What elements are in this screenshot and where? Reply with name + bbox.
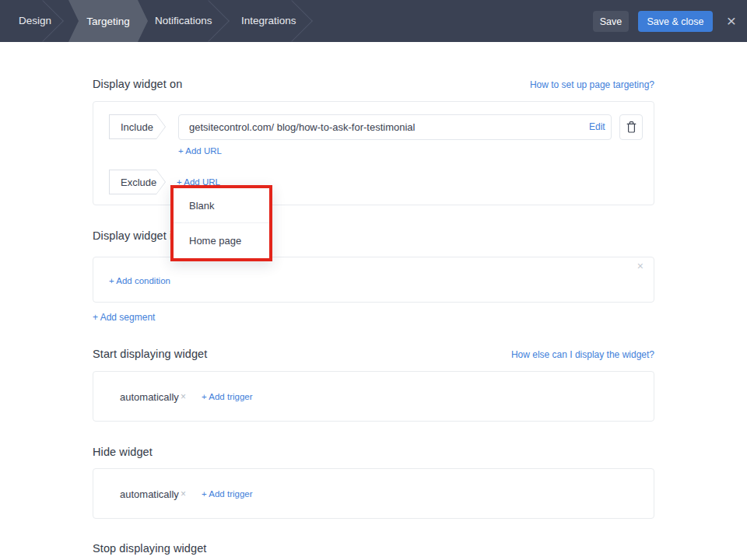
include-chip[interactable]: Include [109,114,166,139]
add-hide-trigger-link[interactable]: + Add trigger [202,489,253,499]
add-start-trigger-link[interactable]: + Add trigger [202,392,253,401]
dropdown-option-home-page[interactable]: Home page [174,223,269,258]
tab-targeting-label: Targeting [86,16,130,27]
tab-targeting[interactable]: Targeting [68,0,148,42]
add-condition-link[interactable]: + Add condition [109,276,170,285]
add-url-link-include[interactable]: + Add URL [178,146,222,156]
page-targeting-help-link[interactable]: How to set up page targeting? [530,79,654,90]
targeting-settings-page: Design Targeting Notifications Integrati… [0,0,747,560]
section-title-display-widget-on: Display widget on [93,78,182,90]
exclude-chip[interactable]: Exclude [109,170,166,194]
tab-integrations[interactable]: Integrations [241,0,296,42]
url-type-dropdown-highlighted: Blank Home page [170,185,272,261]
dropdown-option-blank[interactable]: Blank [174,188,269,223]
start-trigger-value[interactable]: automatically [120,387,179,407]
hide-trigger-value[interactable]: automatically [120,485,179,504]
exclude-chip-label: Exclude [110,170,165,194]
section-title-display-widget-if: Display widget if [93,229,175,242]
delete-url-button[interactable] [619,114,643,140]
start-trigger-card: automatically × + Add trigger [93,371,654,422]
save-and-close-button[interactable]: Save & close [638,11,713,32]
include-url-input[interactable] [178,114,612,140]
remove-hide-trigger-icon[interactable]: × [181,485,186,504]
close-icon[interactable]: × [721,10,742,32]
section-title-start-displaying: Start displaying widget [93,348,207,360]
remove-condition-group-icon[interactable]: × [637,260,644,272]
save-button[interactable]: Save [593,11,629,32]
tab-notifications[interactable]: Notifications [155,0,212,42]
include-chip-label: Include [110,115,165,138]
display-widget-help-link[interactable]: How else can I display the widget? [511,349,654,360]
section-title-stop-displaying: Stop displaying widget [93,542,207,555]
trash-icon [626,121,637,134]
tab-design[interactable]: Design [19,0,51,42]
add-segment-link[interactable]: + Add segment [93,312,155,323]
conditions-card: × + Add condition [93,257,654,303]
section-title-hide-widget: Hide widget [93,446,153,458]
header: Design Targeting Notifications Integrati… [0,0,747,42]
hide-trigger-card: automatically × + Add trigger [93,468,654,519]
remove-start-trigger-icon[interactable]: × [181,387,186,407]
edit-url-link[interactable]: Edit [589,121,605,132]
